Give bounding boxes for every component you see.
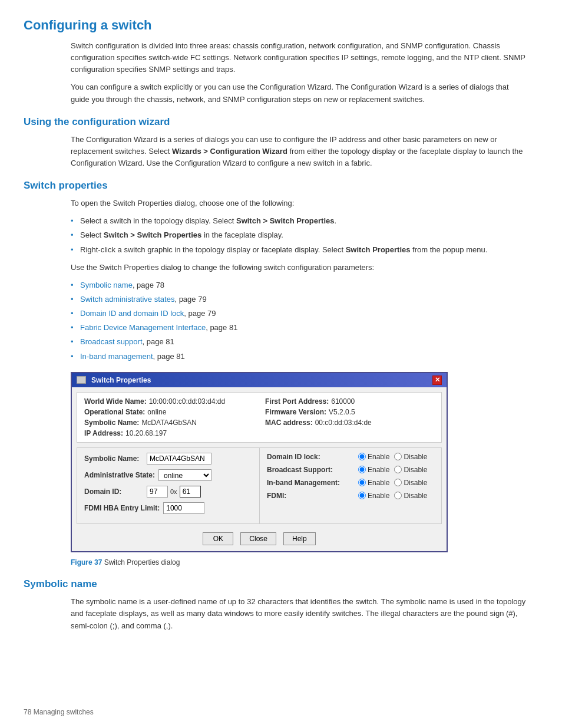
domain-id-lock-enable-radio[interactable]	[358, 453, 366, 460]
figure-number: Figure 37	[71, 558, 102, 566]
mac-label: MAC address:	[265, 419, 313, 427]
param-admin-states: Switch administrative states, page 79	[71, 294, 527, 305]
inband-disable-radio[interactable]	[394, 479, 402, 486]
page-title: Configuring a switch	[24, 18, 538, 33]
firmware-row: Firmware Version: V5.2.0.5	[265, 408, 434, 416]
form-fdmi-label: FDMI HBA Entry Limit:	[84, 504, 160, 512]
main-intro-section: Switch configuration is divided into thr…	[71, 40, 527, 106]
link-symbolic[interactable]: Symbolic name	[80, 281, 133, 289]
switch-properties-bullets: Select a switch in the topology display.…	[71, 215, 527, 255]
link-fdmi[interactable]: Fabric Device Management Interface	[80, 323, 206, 332]
bullet-item-3: Right-click a switch graphic in the topo…	[71, 244, 527, 256]
sym-name-info-value: McDATA4GbSAN	[141, 419, 197, 427]
form-sym-row: Symbolic Name:	[84, 453, 252, 465]
wwn-value: 10:00:00:c0:dd:03:d4:dd	[149, 397, 225, 406]
figure-caption-text: Switch Properties dialog	[102, 558, 180, 566]
inband-enable-label[interactable]: Enable	[358, 479, 389, 487]
domain-id-hex-input[interactable]	[180, 486, 201, 498]
close-icon[interactable]: ✕	[432, 375, 442, 385]
wwn-row: World Wide Name: 10:00:00:c0:dd:03:d4:dd	[84, 397, 253, 406]
ip-row: IP Address: 10.20.68.197	[84, 429, 253, 437]
config-wizard-section: The Configuration Wizard is a series of …	[71, 134, 527, 169]
form-fdmi-row: FDMI HBA Entry Limit:	[84, 502, 252, 514]
form-domain-row: Domain ID: 0x	[84, 486, 252, 498]
op-state-row: Operational State: online	[84, 408, 253, 416]
broadcast-radio: Enable Disable	[358, 466, 427, 474]
monitor-icon	[77, 376, 86, 384]
broadcast-disable-label[interactable]: Disable	[394, 466, 427, 474]
domain-id-decimal-input[interactable]	[147, 486, 168, 498]
op-state-value: online	[147, 408, 166, 416]
mac-value: 00:c0:dd:03:d4:de	[315, 419, 372, 427]
switch-properties-section: To open the Switch Properties dialog, ch…	[71, 197, 527, 568]
first-port-value: 610000	[331, 397, 355, 406]
page-footer: 78 Managing switches	[24, 708, 94, 716]
domain-id-lock-enable-label[interactable]: Enable	[358, 453, 389, 461]
ok-button[interactable]: OK	[203, 532, 233, 545]
link-inband[interactable]: In-band management	[80, 352, 153, 361]
domain-id-lock-radio: Enable Disable	[358, 453, 427, 461]
sym-name-info-label: Symbolic Name:	[84, 419, 139, 427]
config-params-list: Symbolic name, page 78 Switch administra…	[71, 279, 527, 363]
bullet-item-2: Select Switch > Switch Properties in the…	[71, 229, 527, 241]
link-domain-id[interactable]: Domain ID and domain ID lock	[80, 309, 184, 318]
dialog-form-section: Symbolic Name: Administrative State: onl…	[77, 447, 442, 524]
link-broadcast[interactable]: Broadcast support	[80, 337, 143, 346]
first-port-label: First Port Address:	[265, 397, 329, 406]
dialog-info-section: World Wide Name: 10:00:00:c0:dd:03:d4:dd…	[77, 392, 442, 443]
dialog-form-left: Symbolic Name: Administrative State: onl…	[77, 447, 259, 524]
dialog-title-area: Switch Properties	[77, 376, 151, 384]
form-domain-label: Domain ID:	[84, 487, 143, 496]
switch-properties-dialog: Switch Properties ✕ World Wide Name: 10:…	[71, 372, 448, 552]
inband-radio: Enable Disable	[358, 479, 427, 487]
broadcast-enable-label[interactable]: Enable	[358, 466, 389, 474]
fdml-enable-label[interactable]: Enable	[358, 492, 389, 500]
first-port-row: First Port Address: 610000	[265, 397, 434, 406]
param-broadcast: Broadcast support, page 81	[71, 336, 527, 348]
firmware-value: V5.2.0.5	[329, 408, 355, 416]
form-sym-label: Symbolic Name:	[84, 454, 143, 463]
form-admin-select[interactable]: online	[158, 469, 211, 481]
broadcast-enable-radio[interactable]	[358, 466, 366, 473]
op-state-label: Operational State:	[84, 408, 145, 416]
main-para2: You can configure a switch explicitly or…	[71, 81, 527, 105]
inband-enable-radio[interactable]	[358, 479, 366, 486]
symbolic-name-section: The symbolic name is a user-defined name…	[71, 596, 527, 631]
sym-name-info-row: Symbolic Name: McDATA4GbSAN	[84, 419, 253, 427]
inband-disable-label[interactable]: Disable	[394, 479, 427, 487]
form-sym-input[interactable]	[147, 453, 211, 465]
fdml-enable-radio[interactable]	[358, 492, 366, 499]
fdml-disable-label[interactable]: Disable	[394, 492, 427, 500]
broadcast-disable-radio[interactable]	[394, 466, 402, 473]
dialog-title-label: Switch Properties	[91, 376, 151, 384]
domain-id-lock-label: Domain ID lock:	[267, 453, 358, 461]
config-wizard-para: The Configuration Wizard is a series of …	[71, 134, 527, 169]
fdml-row: FDMl: Enable Disable	[267, 492, 434, 500]
ip-label: IP Address:	[84, 429, 123, 437]
close-button[interactable]: Close	[240, 532, 276, 545]
firmware-label: Firmware Version:	[265, 408, 326, 416]
form-admin-label: Administrative State:	[84, 471, 155, 479]
switch-properties-intro: To open the Switch Properties dialog, ch…	[71, 197, 527, 209]
domain-id-lock-disable-label[interactable]: Disable	[394, 453, 427, 461]
param-inband: In-band management, page 81	[71, 351, 527, 363]
fdml-disable-radio[interactable]	[394, 492, 402, 499]
inband-label: In-band Management:	[267, 479, 358, 487]
domain-id-inputs: 0x	[147, 486, 201, 498]
config-wizard-bold: Wizards > Configuration Wizard	[172, 147, 287, 156]
domain-id-separator: 0x	[170, 488, 177, 495]
inband-row: In-band Management: Enable Disable	[267, 479, 434, 487]
bullet-item-1: Select a switch in the topology display.…	[71, 215, 527, 227]
broadcast-row: Broadcast Support: Enable Disable	[267, 466, 434, 474]
domain-id-lock-row: Domain ID lock: Enable Disable	[267, 453, 434, 461]
main-para1: Switch configuration is divided into thr…	[71, 40, 527, 75]
fdml-radio: Enable Disable	[358, 492, 427, 500]
domain-id-lock-disable-radio[interactable]	[394, 453, 402, 460]
help-button[interactable]: Help	[283, 532, 316, 545]
use-para: Use the Switch Properties dialog to chan…	[71, 262, 527, 274]
ip-value: 10.20.68.197	[125, 429, 167, 437]
figure-caption: Figure 37 Switch Properties dialog	[71, 557, 527, 568]
link-admin-states[interactable]: Switch administrative states	[80, 295, 174, 304]
form-fdmi-input[interactable]	[163, 502, 204, 514]
symbolic-name-para: The symbolic name is a user-defined name…	[71, 596, 527, 631]
